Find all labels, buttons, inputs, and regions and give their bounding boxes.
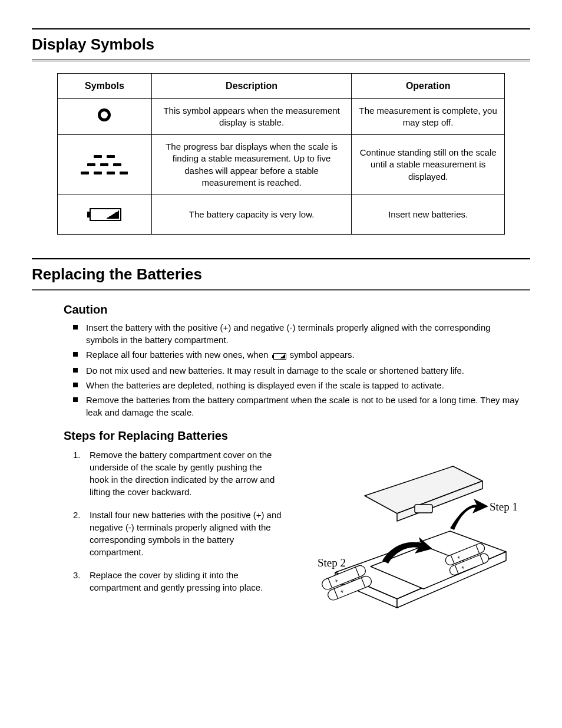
stable-circle-icon — [98, 108, 111, 121]
symbol-cell — [58, 195, 152, 235]
progress-dashes-icon — [78, 152, 130, 178]
caution-text: Replace all four batteries with new ones… — [86, 350, 271, 360]
list-item: Replace all four batteries with new ones… — [73, 348, 524, 362]
section-title-display-symbols: Display Symbols — [32, 28, 530, 61]
caution-text: Do not mix used and new batteries. It ma… — [86, 365, 464, 375]
steps-heading: Steps for Replacing Batteries — [64, 429, 530, 443]
caution-text: When the batteries are depleted, nothing… — [86, 380, 444, 390]
symbol-cell — [58, 135, 152, 195]
steps-list: Remove the battery compartment cover on … — [73, 449, 282, 594]
caution-list: Insert the battery with the positive (+)… — [73, 321, 530, 419]
list-item: Install four new batteries with the posi… — [73, 509, 282, 558]
list-item: Insert the battery with the positive (+)… — [73, 321, 524, 346]
list-item: Do not mix used and new batteries. It ma… — [73, 364, 524, 377]
col-header-symbols: Symbols — [58, 74, 152, 99]
operation-cell: The measurement is complete, you may ste… — [352, 98, 505, 135]
symbol-cell — [58, 98, 152, 135]
list-item: When the batteries are depleted, nothing… — [73, 379, 524, 391]
col-header-description: Description — [151, 74, 351, 99]
battery-replacement-illustration: + + + — [300, 449, 524, 614]
svg-rect-6 — [415, 505, 432, 513]
symbols-table: Symbols Description Operation This symbo… — [57, 73, 505, 235]
figure-label-step2: Step 2 — [318, 556, 346, 569]
description-cell: The battery capacity is very low. — [151, 195, 351, 235]
table-row: This symbol appears when the measurement… — [58, 98, 505, 135]
low-battery-icon — [87, 208, 121, 221]
col-header-operation: Operation — [352, 74, 505, 99]
list-item: Remove the battery compartment cover on … — [73, 449, 282, 498]
low-battery-icon — [272, 350, 286, 362]
caution-text: Insert the battery with the positive (+)… — [86, 322, 491, 345]
list-item: Replace the cover by sliding it into the… — [73, 569, 282, 594]
table-row: The battery capacity is very low. Insert… — [58, 195, 505, 235]
caution-text: Remove the batteries from the battery co… — [86, 395, 519, 417]
section-title-replacing-batteries: Replacing the Batteries — [32, 258, 530, 291]
description-cell: The progress bar displays when the scale… — [151, 135, 351, 195]
operation-cell: Insert new batteries. — [352, 195, 505, 235]
description-cell: This symbol appears when the measurement… — [151, 98, 351, 135]
figure-label-step1: Step 1 — [490, 500, 518, 513]
caution-heading: Caution — [64, 303, 530, 317]
caution-text: symbol appears. — [287, 350, 355, 360]
list-item: Remove the batteries from the battery co… — [73, 394, 524, 419]
table-row: The progress bar displays when the scale… — [58, 135, 505, 195]
operation-cell: Continue standing still on the scale unt… — [352, 135, 505, 195]
